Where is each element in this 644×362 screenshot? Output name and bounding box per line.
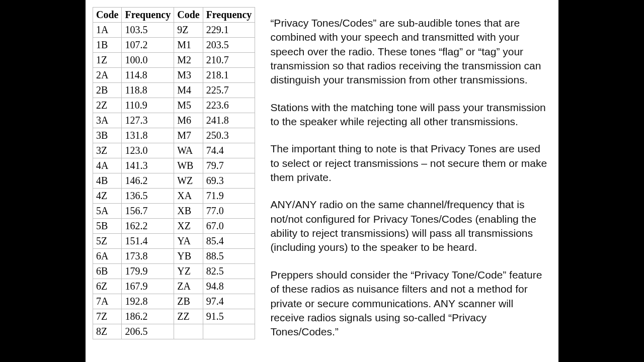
cell-frequency: 118.8 [122, 83, 174, 98]
cell-frequency: 151.4 [122, 234, 174, 249]
cell-code: 1A [93, 23, 122, 38]
cell-frequency: 82.5 [203, 264, 255, 279]
cell-frequency: 210.7 [203, 53, 255, 68]
cell-code: M2 [174, 53, 203, 68]
header-code-1: Code [93, 8, 122, 23]
paragraph: ANY/ANY radio on the same channel/freque… [270, 198, 547, 254]
table-header-row: Code Frequency Code Frequency [93, 8, 255, 23]
cell-code: 8Z [93, 324, 122, 339]
cell-code: XB [174, 204, 203, 219]
document-page: Code Frequency Code Frequency 1A103.59Z2… [86, 0, 558, 362]
table-row: 4A141.3WB79.7 [93, 158, 255, 173]
cell-code: 1Z [93, 53, 122, 68]
cell-code: 4B [93, 173, 122, 189]
cell-code: ZA [174, 279, 203, 294]
cell-frequency: 103.5 [122, 23, 174, 38]
cell-code: WZ [174, 173, 203, 189]
table-row: 8Z206.5 [93, 324, 255, 339]
cell-code: 5A [93, 204, 122, 219]
cell-frequency: 250.3 [203, 128, 255, 143]
cell-frequency: 146.2 [122, 173, 174, 189]
table-row: 3A127.3M6241.8 [93, 113, 255, 128]
paragraph: “Privacy Tones/Codes” are sub-audible to… [270, 16, 547, 87]
header-frequency-2: Frequency [203, 8, 255, 23]
cell-frequency: 110.9 [122, 98, 174, 113]
cell-frequency: 203.5 [203, 38, 255, 53]
cell-frequency: 173.8 [122, 249, 174, 264]
cell-code: M6 [174, 113, 203, 128]
cell-frequency: 67.0 [203, 219, 255, 234]
cell-code: WB [174, 158, 203, 173]
header-frequency-1: Frequency [122, 8, 174, 23]
cell-frequency: 162.2 [122, 219, 174, 234]
cell-frequency: 192.8 [122, 294, 174, 309]
cell-code: ZB [174, 294, 203, 309]
cell-code: 2Z [93, 98, 122, 113]
cell-frequency: 218.1 [203, 68, 255, 83]
cell-frequency: 123.0 [122, 143, 174, 158]
cell-code: 6A [93, 249, 122, 264]
paragraph: The important thing to note is that Priv… [270, 142, 547, 185]
table-row: 4Z136.5XA71.9 [93, 189, 255, 204]
table-row: 1B107.2M1203.5 [93, 38, 255, 53]
table-row: 7A192.8ZB97.4 [93, 294, 255, 309]
cell-code: 2A [93, 68, 122, 83]
cell-frequency: 206.5 [122, 324, 174, 339]
cell-code: WA [174, 143, 203, 158]
table-row: 5Z151.4YA85.4 [93, 234, 255, 249]
cell-frequency: 91.5 [203, 309, 255, 324]
cell-frequency: 97.4 [203, 294, 255, 309]
cell-code: 9Z [174, 23, 203, 38]
cell-code: 5B [93, 219, 122, 234]
cell-frequency: 77.0 [203, 204, 255, 219]
cell-frequency: 131.8 [122, 128, 174, 143]
cell-code: YZ [174, 264, 203, 279]
cell-code: 2B [93, 83, 122, 98]
table-row: 6Z167.9ZA94.8 [93, 279, 255, 294]
cell-code: M4 [174, 83, 203, 98]
table-row: 1A103.59Z229.1 [93, 23, 255, 38]
cell-frequency: 79.7 [203, 158, 255, 173]
cell-code: 3B [93, 128, 122, 143]
table-container: Code Frequency Code Frequency 1A103.59Z2… [93, 7, 255, 355]
table-row: 6B179.9YZ82.5 [93, 264, 255, 279]
text-content: “Privacy Tones/Codes” are sub-audible to… [270, 7, 547, 355]
cell-code: 4A [93, 158, 122, 173]
cell-frequency: 69.3 [203, 173, 255, 189]
cell-frequency: 107.2 [122, 38, 174, 53]
cell-code: 1B [93, 38, 122, 53]
cell-frequency: 74.4 [203, 143, 255, 158]
paragraph: Stations with the matching tone will pas… [270, 101, 547, 129]
cell-code: 7A [93, 294, 122, 309]
cell-code: 4Z [93, 189, 122, 204]
cell-code: YB [174, 249, 203, 264]
cell-frequency: 114.8 [122, 68, 174, 83]
cell-frequency: 225.7 [203, 83, 255, 98]
cell-code: XA [174, 189, 203, 204]
cell-code: M3 [174, 68, 203, 83]
cell-code: M5 [174, 98, 203, 113]
cell-code: 5Z [93, 234, 122, 249]
cell-frequency: 127.3 [122, 113, 174, 128]
cell-frequency: 241.8 [203, 113, 255, 128]
table-row: 2A114.8M3218.1 [93, 68, 255, 83]
cell-frequency: 223.6 [203, 98, 255, 113]
cell-code: 3A [93, 113, 122, 128]
header-code-2: Code [174, 8, 203, 23]
table-row: 5B162.2XZ67.0 [93, 219, 255, 234]
cell-frequency: 141.3 [122, 158, 174, 173]
cell-frequency [203, 324, 255, 339]
cell-frequency: 136.5 [122, 189, 174, 204]
table-row: 4B146.2WZ69.3 [93, 173, 255, 189]
cell-frequency: 71.9 [203, 189, 255, 204]
cell-frequency: 85.4 [203, 234, 255, 249]
cell-frequency: 156.7 [122, 204, 174, 219]
cell-code: M7 [174, 128, 203, 143]
cell-code: 7Z [93, 309, 122, 324]
table-row: 7Z186.2ZZ91.5 [93, 309, 255, 324]
table-row: 2B118.8M4225.7 [93, 83, 255, 98]
cell-code: 6B [93, 264, 122, 279]
cell-frequency: 167.9 [122, 279, 174, 294]
cell-code: 3Z [93, 143, 122, 158]
table-row: 3B131.8M7250.3 [93, 128, 255, 143]
